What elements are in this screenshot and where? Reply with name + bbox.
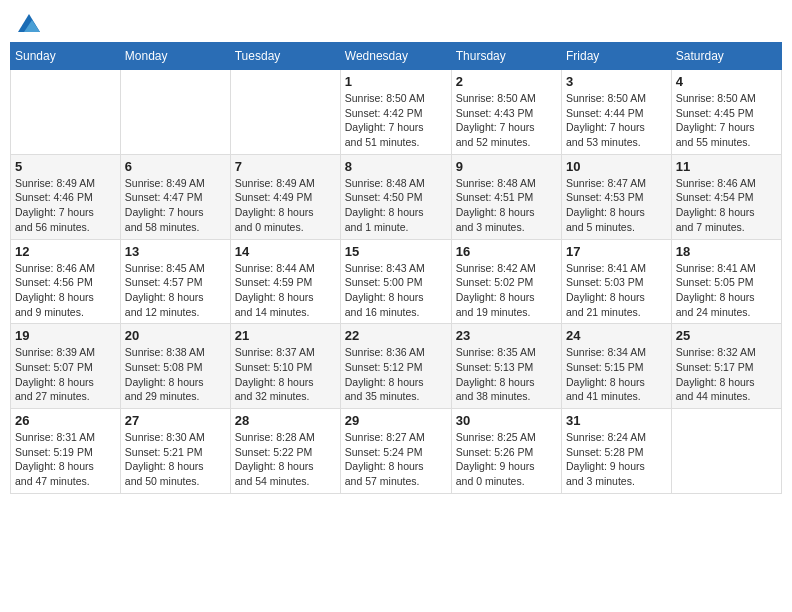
- calendar-header-saturday: Saturday: [671, 43, 781, 70]
- page-header: [10, 10, 782, 36]
- calendar-cell: 13Sunrise: 8:45 AM Sunset: 4:57 PM Dayli…: [120, 239, 230, 324]
- calendar-cell: 9Sunrise: 8:48 AM Sunset: 4:51 PM Daylig…: [451, 154, 561, 239]
- day-number: 5: [15, 159, 116, 174]
- calendar-cell: 15Sunrise: 8:43 AM Sunset: 5:00 PM Dayli…: [340, 239, 451, 324]
- calendar-cell: 10Sunrise: 8:47 AM Sunset: 4:53 PM Dayli…: [561, 154, 671, 239]
- calendar-header-sunday: Sunday: [11, 43, 121, 70]
- day-number: 16: [456, 244, 557, 259]
- day-number: 8: [345, 159, 447, 174]
- day-info: Sunrise: 8:42 AM Sunset: 5:02 PM Dayligh…: [456, 261, 557, 320]
- day-number: 4: [676, 74, 777, 89]
- day-info: Sunrise: 8:44 AM Sunset: 4:59 PM Dayligh…: [235, 261, 336, 320]
- day-number: 6: [125, 159, 226, 174]
- calendar-cell: 1Sunrise: 8:50 AM Sunset: 4:42 PM Daylig…: [340, 70, 451, 155]
- day-info: Sunrise: 8:48 AM Sunset: 4:51 PM Dayligh…: [456, 176, 557, 235]
- day-number: 21: [235, 328, 336, 343]
- day-info: Sunrise: 8:49 AM Sunset: 4:46 PM Dayligh…: [15, 176, 116, 235]
- day-number: 1: [345, 74, 447, 89]
- day-info: Sunrise: 8:49 AM Sunset: 4:49 PM Dayligh…: [235, 176, 336, 235]
- day-number: 20: [125, 328, 226, 343]
- calendar-cell: 3Sunrise: 8:50 AM Sunset: 4:44 PM Daylig…: [561, 70, 671, 155]
- calendar-header-monday: Monday: [120, 43, 230, 70]
- logo-icon: [18, 14, 40, 32]
- calendar-cell: 21Sunrise: 8:37 AM Sunset: 5:10 PM Dayli…: [230, 324, 340, 409]
- day-number: 22: [345, 328, 447, 343]
- day-number: 14: [235, 244, 336, 259]
- calendar-header-thursday: Thursday: [451, 43, 561, 70]
- calendar-cell: 11Sunrise: 8:46 AM Sunset: 4:54 PM Dayli…: [671, 154, 781, 239]
- day-number: 13: [125, 244, 226, 259]
- calendar-cell: 17Sunrise: 8:41 AM Sunset: 5:03 PM Dayli…: [561, 239, 671, 324]
- calendar-cell: [120, 70, 230, 155]
- day-info: Sunrise: 8:39 AM Sunset: 5:07 PM Dayligh…: [15, 345, 116, 404]
- day-info: Sunrise: 8:49 AM Sunset: 4:47 PM Dayligh…: [125, 176, 226, 235]
- day-info: Sunrise: 8:50 AM Sunset: 4:45 PM Dayligh…: [676, 91, 777, 150]
- calendar-cell: 25Sunrise: 8:32 AM Sunset: 5:17 PM Dayli…: [671, 324, 781, 409]
- day-number: 30: [456, 413, 557, 428]
- day-info: Sunrise: 8:46 AM Sunset: 4:56 PM Dayligh…: [15, 261, 116, 320]
- day-info: Sunrise: 8:28 AM Sunset: 5:22 PM Dayligh…: [235, 430, 336, 489]
- calendar-week-row: 5Sunrise: 8:49 AM Sunset: 4:46 PM Daylig…: [11, 154, 782, 239]
- calendar-cell: 16Sunrise: 8:42 AM Sunset: 5:02 PM Dayli…: [451, 239, 561, 324]
- calendar-cell: 8Sunrise: 8:48 AM Sunset: 4:50 PM Daylig…: [340, 154, 451, 239]
- calendar-cell: 30Sunrise: 8:25 AM Sunset: 5:26 PM Dayli…: [451, 409, 561, 494]
- day-info: Sunrise: 8:27 AM Sunset: 5:24 PM Dayligh…: [345, 430, 447, 489]
- day-info: Sunrise: 8:35 AM Sunset: 5:13 PM Dayligh…: [456, 345, 557, 404]
- calendar-cell: 19Sunrise: 8:39 AM Sunset: 5:07 PM Dayli…: [11, 324, 121, 409]
- calendar-cell: 31Sunrise: 8:24 AM Sunset: 5:28 PM Dayli…: [561, 409, 671, 494]
- day-info: Sunrise: 8:32 AM Sunset: 5:17 PM Dayligh…: [676, 345, 777, 404]
- day-number: 10: [566, 159, 667, 174]
- day-number: 25: [676, 328, 777, 343]
- day-info: Sunrise: 8:46 AM Sunset: 4:54 PM Dayligh…: [676, 176, 777, 235]
- calendar-cell: 23Sunrise: 8:35 AM Sunset: 5:13 PM Dayli…: [451, 324, 561, 409]
- day-number: 15: [345, 244, 447, 259]
- calendar-cell: 28Sunrise: 8:28 AM Sunset: 5:22 PM Dayli…: [230, 409, 340, 494]
- calendar-cell: 22Sunrise: 8:36 AM Sunset: 5:12 PM Dayli…: [340, 324, 451, 409]
- day-number: 23: [456, 328, 557, 343]
- calendar-cell: 5Sunrise: 8:49 AM Sunset: 4:46 PM Daylig…: [11, 154, 121, 239]
- day-info: Sunrise: 8:30 AM Sunset: 5:21 PM Dayligh…: [125, 430, 226, 489]
- day-info: Sunrise: 8:36 AM Sunset: 5:12 PM Dayligh…: [345, 345, 447, 404]
- calendar-cell: 20Sunrise: 8:38 AM Sunset: 5:08 PM Dayli…: [120, 324, 230, 409]
- calendar-cell: [671, 409, 781, 494]
- day-info: Sunrise: 8:25 AM Sunset: 5:26 PM Dayligh…: [456, 430, 557, 489]
- day-number: 31: [566, 413, 667, 428]
- day-info: Sunrise: 8:50 AM Sunset: 4:43 PM Dayligh…: [456, 91, 557, 150]
- calendar-week-row: 19Sunrise: 8:39 AM Sunset: 5:07 PM Dayli…: [11, 324, 782, 409]
- day-number: 3: [566, 74, 667, 89]
- calendar-header-friday: Friday: [561, 43, 671, 70]
- day-number: 7: [235, 159, 336, 174]
- calendar-header-tuesday: Tuesday: [230, 43, 340, 70]
- day-number: 29: [345, 413, 447, 428]
- day-number: 11: [676, 159, 777, 174]
- calendar-cell: [230, 70, 340, 155]
- day-number: 19: [15, 328, 116, 343]
- calendar-cell: 29Sunrise: 8:27 AM Sunset: 5:24 PM Dayli…: [340, 409, 451, 494]
- calendar-cell: [11, 70, 121, 155]
- day-number: 18: [676, 244, 777, 259]
- calendar-header-row: SundayMondayTuesdayWednesdayThursdayFrid…: [11, 43, 782, 70]
- calendar-cell: 24Sunrise: 8:34 AM Sunset: 5:15 PM Dayli…: [561, 324, 671, 409]
- calendar-cell: 2Sunrise: 8:50 AM Sunset: 4:43 PM Daylig…: [451, 70, 561, 155]
- day-info: Sunrise: 8:50 AM Sunset: 4:44 PM Dayligh…: [566, 91, 667, 150]
- day-info: Sunrise: 8:41 AM Sunset: 5:05 PM Dayligh…: [676, 261, 777, 320]
- day-number: 12: [15, 244, 116, 259]
- calendar-cell: 7Sunrise: 8:49 AM Sunset: 4:49 PM Daylig…: [230, 154, 340, 239]
- calendar-header-wednesday: Wednesday: [340, 43, 451, 70]
- logo: [16, 14, 40, 32]
- day-info: Sunrise: 8:31 AM Sunset: 5:19 PM Dayligh…: [15, 430, 116, 489]
- calendar-cell: 12Sunrise: 8:46 AM Sunset: 4:56 PM Dayli…: [11, 239, 121, 324]
- calendar-cell: 14Sunrise: 8:44 AM Sunset: 4:59 PM Dayli…: [230, 239, 340, 324]
- day-info: Sunrise: 8:41 AM Sunset: 5:03 PM Dayligh…: [566, 261, 667, 320]
- day-info: Sunrise: 8:37 AM Sunset: 5:10 PM Dayligh…: [235, 345, 336, 404]
- day-number: 17: [566, 244, 667, 259]
- day-number: 9: [456, 159, 557, 174]
- calendar-cell: 26Sunrise: 8:31 AM Sunset: 5:19 PM Dayli…: [11, 409, 121, 494]
- day-info: Sunrise: 8:24 AM Sunset: 5:28 PM Dayligh…: [566, 430, 667, 489]
- day-info: Sunrise: 8:50 AM Sunset: 4:42 PM Dayligh…: [345, 91, 447, 150]
- day-number: 26: [15, 413, 116, 428]
- calendar-week-row: 1Sunrise: 8:50 AM Sunset: 4:42 PM Daylig…: [11, 70, 782, 155]
- calendar-cell: 4Sunrise: 8:50 AM Sunset: 4:45 PM Daylig…: [671, 70, 781, 155]
- calendar-week-row: 26Sunrise: 8:31 AM Sunset: 5:19 PM Dayli…: [11, 409, 782, 494]
- day-info: Sunrise: 8:48 AM Sunset: 4:50 PM Dayligh…: [345, 176, 447, 235]
